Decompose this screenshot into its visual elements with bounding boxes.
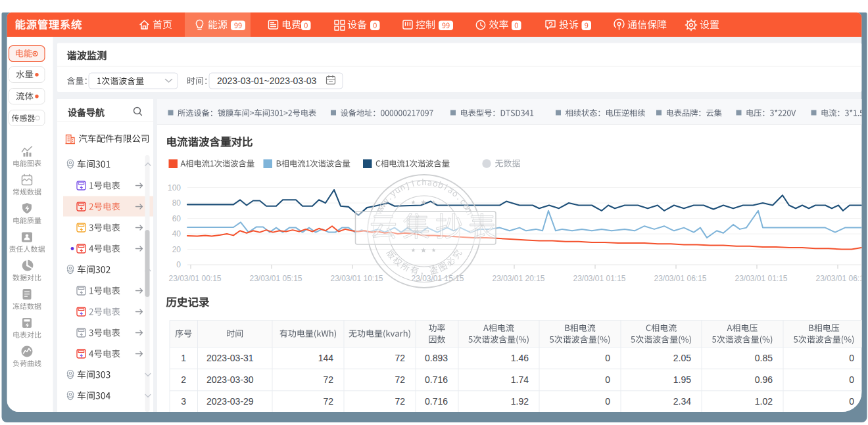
svg-text:1.74: 1.74 <box>511 374 529 385</box>
svg-text:72: 72 <box>395 396 405 407</box>
svg-text:1.95: 1.95 <box>673 374 691 385</box>
svg-text:2023-03-30: 2023-03-30 <box>206 374 254 385</box>
svg-text:72: 72 <box>323 374 333 385</box>
svg-text:2.05: 2.05 <box>673 353 691 363</box>
svg-text:40: 40 <box>172 229 181 238</box>
svg-text:23/03/01 01:15: 23/03/01 01:15 <box>735 274 787 283</box>
svg-text:0: 0 <box>849 396 854 407</box>
svg-text:23/03/01 10:15: 23/03/01 10:15 <box>330 274 383 283</box>
svg-text:23/03/01 05:15: 23/03/01 05:15 <box>249 274 302 283</box>
svg-text:23/03/01 00:15: 23/03/01 00:15 <box>168 274 221 283</box>
svg-text:0: 0 <box>605 396 610 407</box>
svg-text:0: 0 <box>176 260 181 269</box>
svg-text:72: 72 <box>323 396 333 407</box>
svg-text:72: 72 <box>395 374 405 385</box>
svg-text:1.92: 1.92 <box>511 396 529 407</box>
svg-text:0.893: 0.893 <box>425 353 448 363</box>
svg-text:23/03/01 01:15: 23/03/01 01:15 <box>573 274 625 283</box>
svg-text:1.46: 1.46 <box>511 353 529 363</box>
svg-text:2: 2 <box>181 374 186 385</box>
svg-text:144: 144 <box>318 353 334 363</box>
svg-text:0.96: 0.96 <box>755 374 773 385</box>
svg-text:0.716: 0.716 <box>425 374 448 385</box>
svg-text:100: 100 <box>168 183 181 192</box>
svg-text:2.34: 2.34 <box>673 396 691 407</box>
svg-text:72: 72 <box>395 353 405 363</box>
svg-text:1: 1 <box>181 353 186 363</box>
svg-text:2023-03-01~2023-03-03: 2023-03-01~2023-03-03 <box>217 76 317 86</box>
svg-text:1.02: 1.02 <box>755 396 773 407</box>
svg-text:23/03/01 06:15: 23/03/01 06:15 <box>654 274 706 283</box>
svg-text:0: 0 <box>605 353 610 363</box>
svg-text:0.716: 0.716 <box>425 396 448 407</box>
svg-text:60: 60 <box>172 214 181 223</box>
svg-text:2023-03-31: 2023-03-31 <box>206 353 254 363</box>
svg-text:3: 3 <box>181 396 186 407</box>
svg-text:0: 0 <box>849 374 854 385</box>
svg-text:80: 80 <box>172 198 181 208</box>
svg-text:0.85: 0.85 <box>755 353 773 363</box>
svg-text:23/03/01 06:15: 23/03/01 06:15 <box>815 274 868 283</box>
svg-text:0: 0 <box>605 374 610 385</box>
svg-text:23/03/01 20:15: 23/03/01 20:15 <box>492 274 544 283</box>
svg-text:20: 20 <box>172 245 181 254</box>
svg-text:0: 0 <box>849 353 854 363</box>
svg-text:2023-03-29: 2023-03-29 <box>206 396 254 407</box>
